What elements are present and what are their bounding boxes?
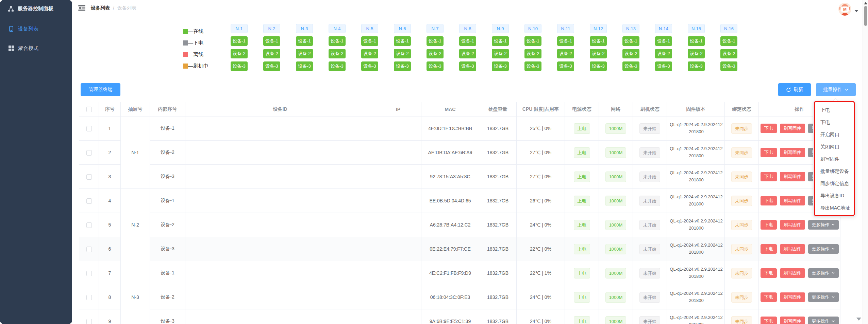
device-button[interactable]: 设备-1: [492, 36, 509, 46]
device-button[interactable]: 设备-3: [459, 61, 476, 71]
select-all-checkbox[interactable]: [86, 107, 92, 112]
device-button[interactable]: 设备-1: [590, 36, 607, 46]
power-off-button[interactable]: 下电: [761, 292, 777, 302]
device-button[interactable]: 设备-2: [720, 49, 737, 58]
manager-terminal-button[interactable]: 管理器终端: [81, 83, 120, 96]
device-button[interactable]: 设备-3: [720, 61, 737, 71]
node-button[interactable]: N-12: [590, 24, 607, 33]
device-button[interactable]: 设备-1: [459, 36, 476, 46]
device-button[interactable]: 设备-1: [720, 36, 737, 46]
batch-menu-item[interactable]: 关闭网口: [814, 141, 855, 153]
node-button[interactable]: N-9: [492, 24, 509, 33]
row-checkbox[interactable]: [86, 271, 92, 276]
more-operations-button[interactable]: 更多操作: [808, 317, 839, 324]
device-button[interactable]: 设备-2: [329, 49, 346, 58]
batch-menu-item[interactable]: 批量绑定设备: [814, 165, 855, 177]
device-button[interactable]: 设备-2: [263, 49, 280, 58]
row-checkbox[interactable]: [86, 319, 92, 324]
device-button[interactable]: 设备-3: [590, 61, 607, 71]
power-off-button[interactable]: 下电: [761, 148, 777, 157]
device-button[interactable]: 设备-3: [688, 61, 705, 71]
batch-menu-item[interactable]: 下电: [814, 116, 855, 128]
device-button[interactable]: 设备-1: [524, 36, 541, 46]
device-button[interactable]: 设备-2: [622, 49, 639, 58]
batch-menu-item[interactable]: 上电: [814, 104, 855, 116]
device-button[interactable]: 设备-2: [524, 49, 541, 58]
node-button[interactable]: N-14: [655, 24, 672, 33]
power-off-button[interactable]: 下电: [761, 317, 777, 324]
node-button[interactable]: N-7: [427, 24, 444, 33]
device-button[interactable]: 设备-1: [263, 36, 280, 46]
row-checkbox[interactable]: [86, 295, 92, 300]
batch-menu-item[interactable]: 导出MAC地址: [814, 202, 855, 214]
device-button[interactable]: 设备-3: [361, 61, 378, 71]
device-button[interactable]: 设备-3: [329, 61, 346, 71]
node-button[interactable]: N-4: [329, 24, 346, 33]
flash-firmware-button[interactable]: 刷写固件: [780, 148, 805, 157]
refresh-button[interactable]: 刷新: [778, 83, 811, 96]
power-off-button[interactable]: 下电: [761, 124, 777, 133]
flash-firmware-button[interactable]: 刷写固件: [780, 172, 805, 181]
flash-firmware-button[interactable]: 刷写固件: [780, 244, 805, 254]
row-checkbox[interactable]: [86, 150, 92, 156]
power-off-button[interactable]: 下电: [761, 244, 777, 254]
device-button[interactable]: 设备-1: [427, 36, 444, 46]
device-button[interactable]: 设备-2: [459, 49, 476, 58]
device-button[interactable]: 设备-1: [394, 36, 411, 46]
row-checkbox[interactable]: [86, 174, 92, 180]
sidebar-item-device-list[interactable]: 设备列表: [0, 23, 72, 35]
row-checkbox[interactable]: [86, 126, 92, 131]
power-off-button[interactable]: 下电: [761, 220, 777, 230]
device-button[interactable]: 设备-3: [655, 61, 672, 71]
device-button[interactable]: 设备-2: [492, 49, 509, 58]
device-button[interactable]: 设备-3: [427, 61, 444, 71]
device-button[interactable]: 设备-3: [557, 61, 574, 71]
power-off-button[interactable]: 下电: [761, 268, 777, 278]
scroll-up-icon[interactable]: [864, 2, 867, 4]
scrollbar-thumb[interactable]: [864, 6, 867, 26]
more-operations-button[interactable]: 更多操作: [808, 268, 839, 278]
batch-menu-item[interactable]: 开启网口: [814, 128, 855, 141]
batch-operations-button[interactable]: 批量操作: [816, 83, 856, 96]
node-button[interactable]: N-16: [720, 24, 737, 33]
device-button[interactable]: 设备-3: [296, 61, 313, 71]
device-button[interactable]: 设备-3: [231, 61, 248, 71]
node-button[interactable]: N-13: [622, 24, 639, 33]
batch-menu-item[interactable]: 同步绑定信息: [814, 177, 855, 190]
row-checkbox[interactable]: [86, 222, 92, 228]
batch-menu-item[interactable]: 刷写固件: [814, 153, 855, 165]
device-button[interactable]: 设备-3: [263, 61, 280, 71]
flash-firmware-button[interactable]: 刷写固件: [780, 292, 805, 302]
row-checkbox[interactable]: [86, 247, 92, 252]
device-button[interactable]: 设备-2: [557, 49, 574, 58]
more-operations-button[interactable]: 更多操作: [808, 220, 839, 230]
device-button[interactable]: 设备-3: [492, 61, 509, 71]
node-button[interactable]: N-1: [231, 24, 248, 33]
page-scrollbar[interactable]: [863, 0, 868, 324]
device-button[interactable]: 设备-2: [296, 49, 313, 58]
node-button[interactable]: N-8: [459, 24, 476, 33]
flash-firmware-button[interactable]: 刷写固件: [780, 124, 805, 133]
node-button[interactable]: N-6: [394, 24, 411, 33]
scroll-down-icon[interactable]: [856, 318, 861, 321]
avatar-dropdown-caret[interactable]: [855, 10, 858, 12]
flash-firmware-button[interactable]: 刷写固件: [780, 268, 805, 278]
device-button[interactable]: 设备-3: [524, 61, 541, 71]
device-button[interactable]: 设备-1: [296, 36, 313, 46]
device-button[interactable]: 设备-1: [231, 36, 248, 46]
device-button[interactable]: 设备-2: [655, 49, 672, 58]
row-checkbox[interactable]: [86, 198, 92, 204]
device-button[interactable]: 设备-1: [329, 36, 346, 46]
device-button[interactable]: 设备-3: [622, 61, 639, 71]
batch-menu-item[interactable]: 导出设备ID: [814, 190, 855, 202]
more-operations-button[interactable]: 更多操作: [808, 244, 839, 254]
device-button[interactable]: 设备-3: [394, 61, 411, 71]
device-button[interactable]: 设备-1: [688, 36, 705, 46]
flash-firmware-button[interactable]: 刷写固件: [780, 196, 805, 205]
flash-firmware-button[interactable]: 刷写固件: [780, 220, 805, 230]
device-button[interactable]: 设备-2: [231, 49, 248, 58]
user-avatar[interactable]: M: [838, 3, 851, 16]
sidebar-fold-icon[interactable]: [78, 5, 85, 11]
device-button[interactable]: 设备-2: [394, 49, 411, 58]
node-button[interactable]: N-3: [296, 24, 313, 33]
